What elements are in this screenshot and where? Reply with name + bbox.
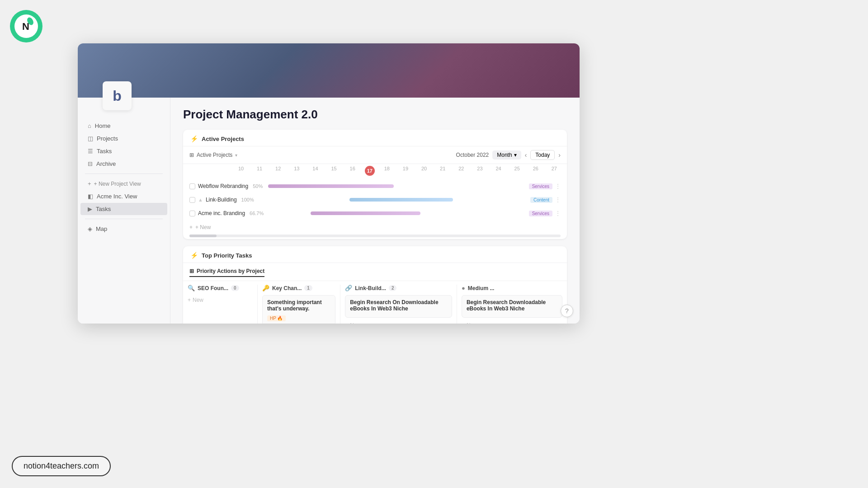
priority-col: 🔍 SEO Foun... 0 + New [183,285,258,324]
priority-tab[interactable]: ⊞ Priority Actions by Project [189,268,264,277]
main-panel: Project Management 2.0 ⚡ Active Projects… [170,98,580,324]
help-button[interactable]: ? [561,305,573,317]
gantt-row-label: Webflow Rebranding 50% [189,183,263,189]
plus-icon: + [345,322,348,324]
row-menu-icon[interactable]: ⋮ [555,210,561,216]
priority-col-header: 🔍 SEO Foun... 0 [188,285,253,291]
view-name: Active Projects [197,152,232,158]
chevron-icon: ▾ [514,152,517,158]
plus-icon: + [189,224,193,230]
sidebar-archive-label: Archive [96,160,116,167]
gantt-bar [268,184,394,188]
gantt-date-cell: 14 [309,166,321,176]
sidebar-tasks-label: Tasks [97,148,112,155]
notion-logo-inner: N [14,14,38,38]
sidebar-item-home[interactable]: ⌂ Home [80,120,167,132]
sidebar: ⌂ Home ◫ Projects ☰ Tasks ⊟ Archive + + … [78,98,170,324]
plus-icon: + [188,297,191,303]
sidebar-item-map[interactable]: ◈ Map [80,223,167,235]
acme-icon: ◧ [88,193,93,200]
active-projects-title: Active Projects [202,136,244,142]
priority-card: Begin Research On Downloadable eBooks In… [345,295,452,318]
priority-add-button[interactable]: + New [345,320,452,324]
col-icon: 🔑 [262,285,269,291]
plus-icon: + [462,322,465,324]
gantt-date-cell: 10 [235,166,247,176]
sidebar-divider-2 [85,219,163,219]
col-icon: 🔗 [345,285,352,291]
sidebar-divider [85,174,163,174]
gantt-tag: Services [529,183,552,189]
gantt-checkbox[interactable] [189,197,195,203]
priority-add-button[interactable]: + New [188,295,253,305]
gantt-add-row[interactable]: + + New [183,222,567,233]
content-area: ⌂ Home ◫ Projects ☰ Tasks ⊟ Archive + + … [78,98,580,324]
gantt-dates: 101112131415161718192021222324252627 [235,166,561,176]
today-button[interactable]: Today [530,150,555,160]
gantt-row: ▲ Link-Building 100% Content ⋮ [183,193,567,206]
gantt-view-label[interactable]: ⊞ Active Projects ▾ [189,152,237,158]
gantt-tag: Content [530,197,552,203]
gantt-date-cell: 20 [418,166,430,176]
sidebar-item-tasks[interactable]: ☰ Tasks [80,145,167,157]
priority-badge: 0 [231,285,239,291]
top-priority-header: ⚡ Top Priority Tasks [183,246,567,263]
gantt-controls: October 2022 Month ▾ ‹ Today › [456,150,561,160]
gantt-toolbar: ⊞ Active Projects ▾ October 2022 Month ▾… [183,146,567,164]
gantt-body: Webflow Rebranding 50% Services ⋮ ▲ Link… [183,178,567,222]
sidebar-home-label: Home [95,122,111,129]
banner-logo: b [103,81,132,110]
gantt-date-cell: 16 [346,166,359,176]
sidebar-item-archive[interactable]: ⊟ Archive [80,158,167,170]
priority-add-button[interactable]: + New [462,320,562,324]
col-title: Link-Build... [355,285,386,291]
prev-button[interactable]: ‹ [525,151,527,159]
col-icon: 🔍 [188,285,195,291]
sidebar-projects-label: Projects [97,135,118,142]
priority-col-header: ● Medium ... [462,285,562,291]
active-projects-card: ⚡ Active Projects ⊞ Active Projects ▾ Oc… [183,130,567,239]
map-icon: ◈ [88,225,92,232]
tasks-icon: ☰ [88,148,93,155]
gantt-month-label: October 2022 [456,152,489,158]
new-label: + New [195,224,211,230]
month-label: Month [497,152,512,158]
col-title: Key Chan... [272,285,302,291]
add-project-view-button[interactable]: + + New Project View [80,178,167,190]
row-menu-icon[interactable]: ⋮ [555,183,561,189]
gantt-date-cell: 12 [272,166,284,176]
sidebar-item-acme[interactable]: ◧ Acme Inc. View [80,190,167,202]
gantt-bar-area [254,195,527,204]
gantt-date-cell: 23 [473,166,486,176]
page-title: Project Management 2.0 [183,108,567,122]
gantt-checkbox[interactable] [189,183,195,189]
gantt-date-cell: 18 [381,166,393,176]
gantt-row: Webflow Rebranding 50% Services ⋮ [183,179,567,193]
gantt-date-cell: 11 [253,166,266,176]
priority-badge: 1 [304,285,312,291]
gantt-date-cell: 13 [290,166,303,176]
gantt-scrollbar[interactable] [189,235,561,237]
tab-label: Priority Actions by Project [197,268,264,274]
new-label: New [467,322,477,324]
gantt-row: Acme inc. Branding 66.7% Services ⋮ [183,206,567,220]
next-button[interactable]: › [558,151,561,159]
month-button[interactable]: Month ▾ [492,150,521,160]
gantt-date-cell: 19 [399,166,412,176]
priority-col: 🔑 Key Chan... 1 Something important that… [258,285,340,324]
priority-badge: 2 [389,285,397,291]
row-menu-icon[interactable]: ⋮ [555,197,561,203]
priority-card: Begin Research Downloadable eBooks In We… [462,295,562,318]
gantt-checkbox[interactable] [189,211,195,216]
priority-toolbar: ⊞ Priority Actions by Project [183,263,567,281]
active-projects-header: ⚡ Active Projects [183,130,567,146]
gantt-row-label: Acme inc. Branding 66.7% [189,210,264,216]
archive-icon: ⊟ [88,160,93,167]
tab-icon: ⊞ [189,268,194,274]
gantt-date-cell: 15 [328,166,340,176]
sidebar-tasks2-label: Tasks [96,206,111,212]
priority-col-header: 🔑 Key Chan... 1 [262,285,335,291]
chevron-down-icon: ▾ [235,153,237,158]
sidebar-item-projects[interactable]: ◫ Projects [80,132,167,145]
sidebar-item-tasks2[interactable]: ▶ Tasks [80,203,167,215]
